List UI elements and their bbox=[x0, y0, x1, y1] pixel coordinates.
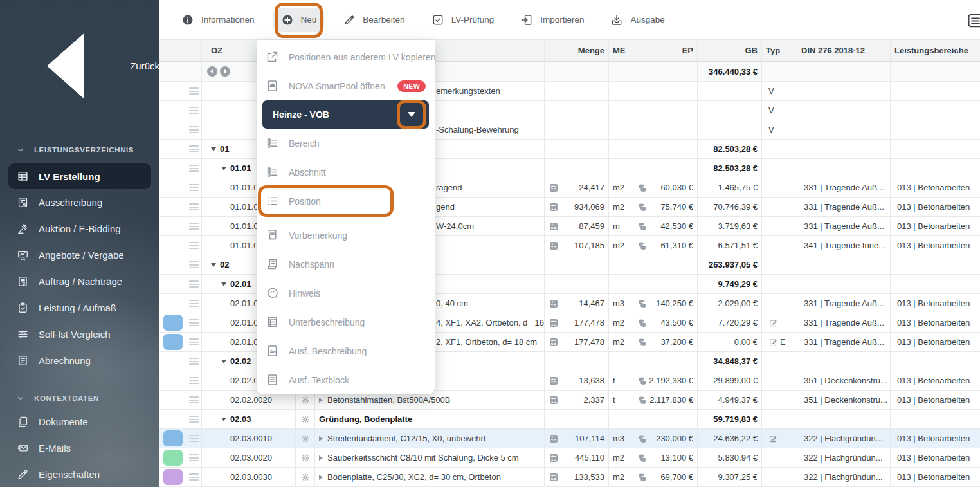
next-page-button[interactable] bbox=[220, 66, 230, 77]
quantity-calc-icon[interactable] bbox=[549, 318, 559, 328]
drag-handle-icon[interactable] bbox=[189, 261, 199, 268]
drag-handle-icon[interactable] bbox=[189, 280, 199, 288]
sidebar-item-auktion-e-bidding[interactable]: Auktion / E-Bidding bbox=[0, 216, 159, 242]
sidebar-item-dokumente[interactable]: Dokumente bbox=[0, 409, 159, 435]
menu-item-vorbemerkung[interactable]: Vorbemerkung bbox=[257, 221, 435, 250]
menu-item-bereich[interactable]: Bereich bbox=[257, 129, 435, 158]
quantity-calc-icon[interactable] bbox=[549, 221, 559, 232]
quantity-calc-icon[interactable] bbox=[549, 472, 559, 482]
sidebar-item-eigenschaften[interactable]: Eigenschaften bbox=[0, 461, 159, 487]
me-cell: m2 bbox=[609, 198, 633, 217]
importieren-button[interactable]: Importieren bbox=[513, 8, 592, 32]
drag-handle-icon[interactable] bbox=[189, 145, 199, 152]
quantity-calc-icon[interactable] bbox=[549, 337, 559, 347]
drag-handle-icon[interactable] bbox=[189, 107, 199, 114]
table-row[interactable]: 02.03.0020Sauberkeitsschicht C8/10 mit S… bbox=[159, 448, 980, 468]
collapse-triangle-icon[interactable] bbox=[211, 263, 216, 267]
quantity-calc-icon[interactable] bbox=[549, 202, 559, 212]
quantity-calc-icon[interactable] bbox=[549, 241, 559, 251]
bearbeiten-button[interactable]: Bearbeiten bbox=[335, 8, 412, 32]
menu-item-nachspann[interactable]: Nachspann bbox=[257, 250, 435, 279]
drag-handle-icon[interactable] bbox=[189, 242, 199, 249]
menu-item-position[interactable]: Position bbox=[257, 187, 435, 216]
lv-prüfung-button[interactable]: LV-Prüfung bbox=[424, 8, 502, 32]
ep-cell: 60,030 € bbox=[633, 178, 698, 198]
drag-handle-icon[interactable] bbox=[189, 358, 199, 365]
expand-triangle-icon[interactable] bbox=[319, 398, 323, 403]
collapse-triangle-icon[interactable] bbox=[211, 147, 216, 151]
drag-handle-icon[interactable] bbox=[189, 223, 199, 230]
drag-handle-icon[interactable] bbox=[189, 319, 199, 326]
collapse-triangle-icon[interactable] bbox=[221, 360, 226, 363]
gear-icon[interactable] bbox=[300, 414, 311, 425]
drag-handle-icon[interactable] bbox=[189, 396, 199, 403]
sidebar-item-lv-erstellung[interactable]: LV Erstellung bbox=[8, 163, 151, 189]
collapse-triangle-icon[interactable] bbox=[221, 167, 226, 170]
sidebar-item-soll-ist-vergleich[interactable]: Soll-Ist Vergleich bbox=[0, 321, 159, 347]
typ-e-label: E bbox=[780, 337, 786, 347]
gear-icon[interactable] bbox=[300, 453, 311, 463]
sidebar-item-e-mails[interactable]: E-Mails bbox=[0, 435, 159, 461]
source-selector-arrow[interactable] bbox=[401, 104, 422, 125]
table-row[interactable]: 02.03.0030Bodenplatte, C25/30, XC2, d= 3… bbox=[159, 468, 980, 487]
color-tag[interactable] bbox=[163, 450, 183, 466]
drag-handle-icon[interactable] bbox=[189, 435, 199, 442]
quantity-calc-icon[interactable] bbox=[549, 183, 559, 193]
output-list-icon[interactable] bbox=[965, 12, 980, 30]
color-tag-cell bbox=[159, 410, 186, 429]
drag-handle-icon[interactable] bbox=[189, 377, 199, 384]
collapse-triangle-icon[interactable] bbox=[221, 282, 226, 286]
informationen-button[interactable]: Informationen bbox=[174, 8, 262, 32]
menu-item-positionen-aus-anderem-lv-kopieren[interactable]: Positionen aus anderem LV kopieren bbox=[257, 42, 435, 71]
menu-item-nova-smartpool-öffnen[interactable]: NOVA SmartPool öffnenNEW bbox=[257, 71, 435, 100]
quantity-calc-icon[interactable] bbox=[549, 434, 559, 444]
sidebar-item-leistung-aufmaß[interactable]: Leistung / Aufmaß bbox=[0, 295, 159, 321]
menu-item-ausf.-textblock[interactable]: Ausf. Textblock bbox=[257, 365, 435, 394]
collapse-triangle-icon[interactable] bbox=[221, 418, 226, 421]
drag-handle-icon[interactable] bbox=[189, 203, 199, 210]
expand-triangle-icon[interactable] bbox=[319, 475, 323, 480]
drag-handle-icon[interactable] bbox=[189, 184, 199, 191]
drag-handle-icon[interactable] bbox=[189, 338, 199, 345]
drag-handle-icon[interactable] bbox=[189, 126, 199, 133]
color-tag[interactable] bbox=[163, 334, 183, 350]
menu-item-label: Ausf. Beschreibung bbox=[289, 346, 367, 356]
sidebar-item-angebote-vergabe[interactable]: Angebote / Vergabe bbox=[0, 242, 159, 268]
source-selector[interactable]: Heinze - VOB bbox=[262, 100, 429, 129]
color-tag[interactable] bbox=[163, 430, 183, 446]
drag-handle-icon[interactable] bbox=[189, 87, 199, 95]
sidebar-item-abrechnung[interactable]: Abrechnung bbox=[0, 347, 159, 374]
leistungsbereich-cell: 013 | Betonarbeiten bbox=[891, 391, 980, 410]
ep-value: 75,740 € bbox=[660, 202, 693, 212]
gb-cell: 7.720,29 € bbox=[698, 313, 762, 333]
quantity-calc-icon[interactable] bbox=[549, 299, 559, 309]
quantity-calc-icon[interactable] bbox=[549, 376, 559, 386]
menu-item-ausf.-beschreibung[interactable]: AaAusf. Beschreibung bbox=[257, 336, 435, 365]
neu-button[interactable]: Neu bbox=[273, 8, 325, 32]
expand-triangle-icon[interactable] bbox=[319, 455, 323, 461]
sidebar-item-auftrag-nachträge[interactable]: Auftrag / Nachträge bbox=[0, 268, 159, 295]
gear-icon[interactable] bbox=[300, 472, 311, 482]
typ-cell bbox=[762, 217, 797, 236]
drag-handle-icon[interactable] bbox=[189, 454, 199, 461]
quantity-calc-icon[interactable] bbox=[549, 453, 559, 463]
prev-page-button[interactable] bbox=[207, 66, 217, 77]
sidebar-item-ausschreibung[interactable]: Ausschreibung bbox=[0, 189, 159, 216]
color-tag[interactable] bbox=[163, 315, 183, 331]
menu-item-hinweis[interactable]: Hinweis bbox=[257, 279, 435, 308]
expand-triangle-icon[interactable] bbox=[319, 436, 323, 441]
back-button[interactable]: Zurück bbox=[0, 0, 159, 118]
menu-item-abschnitt[interactable]: Abschnitt bbox=[257, 158, 435, 187]
drag-handle-icon[interactable] bbox=[189, 300, 199, 307]
drag-handle-icon[interactable] bbox=[189, 416, 199, 423]
drag-handle-icon[interactable] bbox=[189, 473, 199, 481]
gear-icon[interactable] bbox=[300, 395, 311, 405]
ausgabe-button[interactable]: Ausgabe bbox=[603, 8, 672, 32]
drag-handle-icon[interactable] bbox=[189, 165, 199, 172]
table-row[interactable]: 02.03Gründung, Bodenplatte59.719,83 € bbox=[159, 410, 980, 429]
quantity-calc-icon[interactable] bbox=[549, 395, 559, 405]
color-tag[interactable] bbox=[163, 469, 183, 485]
gear-icon[interactable] bbox=[300, 434, 311, 444]
menu-item-unterbeschreibung[interactable]: Unterbeschreibung bbox=[257, 308, 435, 336]
table-row[interactable]: 02.03.0010Streifenfundament, C12/15, X0,… bbox=[159, 429, 980, 448]
